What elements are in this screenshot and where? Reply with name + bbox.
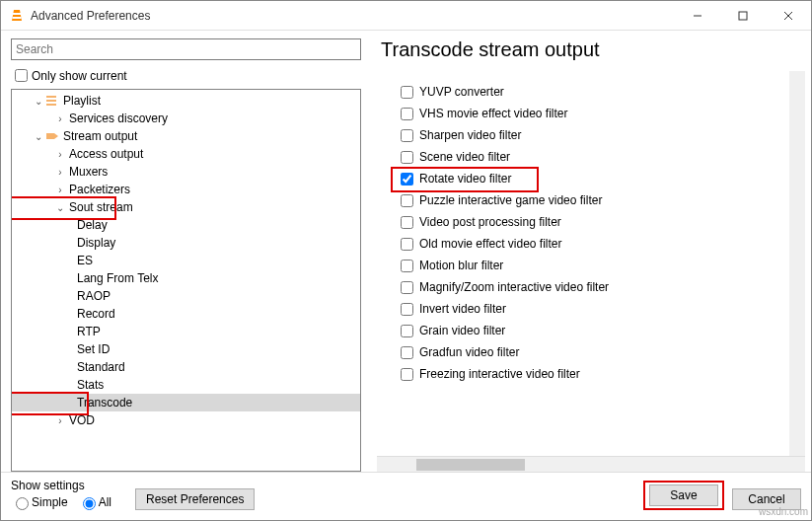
content: Only show current ⌄Playlist ›Services di… [1,31,811,472]
tree-item-packetizers[interactable]: ›Packetizers [12,181,360,198]
tree-item-raop[interactable]: RAOP [12,287,360,305]
show-settings-group: Show settings Simple All [11,479,121,510]
filter-gradfun[interactable]: Gradfun video filter [397,341,801,363]
filter-yuvp-checkbox[interactable] [401,86,413,99]
filter-invert-checkbox[interactable] [401,303,413,316]
filter-freezing-checkbox[interactable] [401,368,413,381]
save-highlight: Save [643,481,724,510]
svg-marker-11 [54,133,58,139]
tree-item-lang-from-telx[interactable]: Lang From Telx [12,269,360,287]
footer: Show settings Simple All Reset Preferenc… [1,472,811,520]
cancel-button[interactable]: Cancel [732,488,801,510]
filter-grain-checkbox[interactable] [401,325,413,337]
svg-rect-2 [13,17,22,19]
tree-item-record[interactable]: Record [12,305,360,323]
svg-rect-4 [739,12,747,20]
filter-invert[interactable]: Invert video filter [397,298,801,320]
tree-item-standard[interactable]: Standard [12,358,360,376]
maximize-button[interactable] [720,1,766,31]
svg-rect-10 [46,133,54,139]
tree-item-vod[interactable]: ›VOD [12,411,360,429]
chevron-right-icon[interactable]: › [53,113,67,124]
tree[interactable]: ⌄Playlist ›Services discovery ⌄Stream ou… [11,89,361,472]
tree-item-services-discovery[interactable]: ›Services discovery [12,110,360,127]
close-button[interactable] [766,1,811,31]
window: Advanced Preferences Only show current ⌄… [0,0,812,521]
left-panel: Only show current ⌄Playlist ›Services di… [1,31,371,472]
only-show-current-label: Only show current [32,69,127,83]
titlebar: Advanced Preferences [1,1,811,31]
filter-sharpen[interactable]: Sharpen video filter [397,124,801,146]
vertical-scrollbar[interactable] [789,71,805,456]
right-panel: Transcode stream output YUVP converter V… [371,31,811,472]
filter-list: YUVP converter VHS movie effect video fi… [377,71,805,456]
tree-item-set-id[interactable]: Set ID [12,340,360,358]
radio-simple-input[interactable] [16,497,29,510]
scrollbar-thumb[interactable] [416,459,525,471]
filter-post[interactable]: Video post processing filter [397,211,801,233]
tree-item-stream-output[interactable]: ⌄Stream output [12,127,360,145]
filter-scene[interactable]: Scene video filter [397,146,801,168]
filter-oldmovie-checkbox[interactable] [401,238,413,251]
tree-item-playlist[interactable]: ⌄Playlist [12,92,360,110]
filter-motion[interactable]: Motion blur filter [397,255,801,276]
filter-rotate[interactable]: Rotate video filter [397,168,801,189]
svg-rect-1 [13,13,21,15]
page-title: Transcode stream output [381,38,805,61]
vlc-icon [9,8,25,24]
filter-magnify[interactable]: Magnify/Zoom interactive video filter [397,276,801,298]
filter-rotate-checkbox[interactable] [401,173,413,186]
radio-simple[interactable]: Simple [11,494,68,510]
minimize-button[interactable] [675,1,720,31]
chevron-right-icon[interactable]: › [53,149,67,160]
filter-vhs-checkbox[interactable] [401,108,413,120]
only-show-current-checkbox[interactable] [15,69,28,82]
tree-item-es[interactable]: ES [12,252,360,269]
save-button[interactable]: Save [649,484,718,506]
filter-sharpen-checkbox[interactable] [401,129,413,142]
tree-item-delay[interactable]: Delay [12,216,360,234]
radio-all[interactable]: All [78,494,111,510]
tree-item-access-output[interactable]: ›Access output [12,145,360,163]
radio-all-input[interactable] [83,497,96,510]
search-input[interactable] [11,38,361,60]
chevron-right-icon[interactable]: › [53,185,67,195]
tree-item-muxers[interactable]: ›Muxers [12,163,360,181]
expand-icon[interactable]: ⌄ [32,131,45,142]
chevron-right-icon[interactable]: › [53,415,67,426]
chevron-right-icon[interactable]: › [53,167,67,178]
filter-vhs[interactable]: VHS movie effect video filter [397,103,801,124]
only-show-current[interactable]: Only show current [11,66,361,85]
window-title: Advanced Preferences [31,9,675,23]
filter-magnify-checkbox[interactable] [401,281,413,294]
expand-icon[interactable]: ⌄ [32,96,45,107]
expand-icon[interactable]: ⌄ [53,202,67,213]
filter-yuvp[interactable]: YUVP converter [397,81,801,103]
reset-preferences-button[interactable]: Reset Preferences [135,488,255,510]
filter-oldmovie[interactable]: Old movie effect video filter [397,233,801,255]
filter-scene-checkbox[interactable] [401,151,413,164]
horizontal-scrollbar[interactable] [377,456,805,472]
tree-item-stats[interactable]: Stats [12,376,360,394]
stream-output-icon [45,129,59,143]
filter-puzzle-checkbox[interactable] [401,194,413,207]
show-settings-label: Show settings [11,479,121,492]
tree-item-rtp[interactable]: RTP [12,323,360,340]
svg-marker-0 [12,10,22,21]
filter-freezing[interactable]: Freezing interactive video filter [397,363,801,385]
svg-rect-8 [46,100,56,102]
tree-item-display[interactable]: Display [12,234,360,252]
filter-post-checkbox[interactable] [401,216,413,229]
svg-rect-9 [46,104,56,106]
filter-gradfun-checkbox[interactable] [401,346,413,359]
filter-puzzle[interactable]: Puzzle interactive game video filter [397,189,801,211]
playlist-icon [45,94,59,108]
tree-item-sout-stream[interactable]: ⌄Sout stream [12,198,360,216]
filter-grain[interactable]: Grain video filter [397,320,801,341]
svg-rect-7 [46,96,56,98]
tree-item-transcode[interactable]: Transcode [12,394,360,411]
filter-motion-checkbox[interactable] [401,260,413,272]
